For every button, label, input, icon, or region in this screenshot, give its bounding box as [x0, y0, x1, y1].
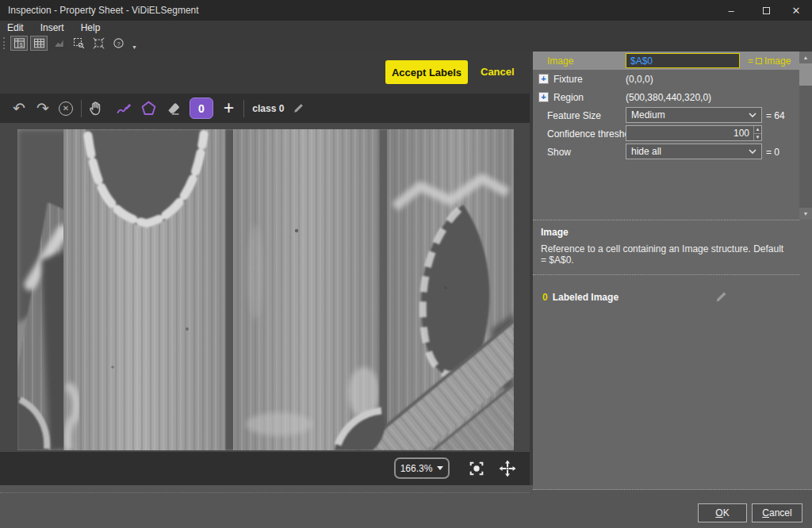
- fixture-property-label: Fixture: [553, 74, 583, 85]
- minimize-button[interactable]: –: [715, 0, 747, 21]
- scroll-down-icon[interactable]: ▼: [799, 208, 812, 220]
- ok-button[interactable]: OK: [698, 503, 747, 522]
- spinner-up-icon[interactable]: ▲: [754, 126, 761, 134]
- class-name-label: class 0: [252, 103, 284, 114]
- accept-labels-button[interactable]: Accept Labels: [385, 60, 468, 84]
- main-toolbar: $: [0, 35, 812, 52]
- confidence-threshold-spinner: ▲ ▼: [626, 125, 762, 141]
- property-scrollbar[interactable]: ▲ ▼: [799, 52, 812, 220]
- close-button[interactable]: ✕: [780, 0, 812, 21]
- chevron-down-icon: [749, 113, 756, 117]
- property-row-show: Show hide all = 0: [533, 143, 799, 161]
- label-canvas[interactable]: [0, 123, 530, 452]
- editor-header: Accept Labels Cancel: [0, 52, 530, 94]
- feature-size-label: Feature Size: [547, 110, 601, 121]
- image-result-value: = Image: [748, 55, 791, 67]
- chevron-down-icon: [437, 466, 443, 470]
- grid-table-icon[interactable]: [30, 36, 48, 51]
- fixture-expand-icon[interactable]: +: [538, 74, 549, 84]
- confidence-threshold-input[interactable]: [626, 126, 753, 140]
- property-row-fixture[interactable]: + Fixture (0,0,0): [533, 70, 799, 88]
- menu-help[interactable]: Help: [81, 22, 101, 33]
- class-0-badge[interactable]: 0: [190, 98, 213, 119]
- title-bar: Inspection - Property Sheet - ViDiELSegm…: [0, 0, 812, 21]
- eraser-tool-icon[interactable]: [165, 100, 182, 117]
- image-cell-reference-input[interactable]: [626, 53, 740, 68]
- toolbar-overflow-icon[interactable]: ▼: [132, 44, 137, 50]
- chevron-down-icon: [749, 149, 756, 154]
- menu-edit[interactable]: Edit: [7, 22, 24, 33]
- show-label: Show: [547, 147, 571, 158]
- pasta-sample-image[interactable]: [17, 129, 514, 450]
- dialog-cancel-button[interactable]: Cancel: [752, 503, 802, 522]
- editor-cancel-link[interactable]: Cancel: [481, 66, 515, 78]
- help-icon[interactable]: ?: [109, 36, 127, 51]
- svg-text:?: ?: [117, 40, 120, 48]
- labeled-image-label: Labeled Image: [553, 292, 619, 303]
- scroll-up-icon[interactable]: ▲: [799, 52, 812, 63]
- clear-labels-icon[interactable]: ✕: [59, 101, 73, 116]
- help-title: Image: [541, 227, 791, 238]
- feature-size-result: = 64: [766, 110, 785, 121]
- feature-size-select[interactable]: Medium: [626, 107, 762, 123]
- toolbar-separator: [243, 100, 244, 117]
- edit-labels-pencil-icon[interactable]: [714, 289, 729, 304]
- dialog-footer: OK Cancel: [0, 485, 812, 528]
- resize-region-icon[interactable]: [90, 36, 107, 51]
- labeled-image-row: 0 Labeled Image: [533, 288, 812, 307]
- fixture-value: (0,0,0): [626, 74, 653, 85]
- scrollbar-thumb[interactable]: [799, 63, 812, 86]
- zoom-region-icon[interactable]: [70, 36, 87, 51]
- zoom-level-value: 166.3%: [400, 463, 433, 474]
- maximize-icon: [763, 7, 770, 14]
- region-expand-icon[interactable]: +: [538, 92, 549, 102]
- maximize-button[interactable]: [750, 0, 782, 21]
- redo-icon[interactable]: ↷: [36, 101, 49, 116]
- toolbar-grip[interactable]: [3, 37, 6, 49]
- property-row-confidence: Confidence threshold ▲ ▼: [533, 124, 799, 143]
- labeled-image-count: 0: [542, 292, 548, 303]
- edit-class-pencil-icon[interactable]: [292, 101, 305, 115]
- show-select[interactable]: hide all: [626, 143, 762, 159]
- spreadsheet-dollar-icon[interactable]: $: [10, 36, 28, 51]
- toolbar-separator: [81, 100, 82, 117]
- chart-tool-icon: [50, 36, 67, 51]
- pan-hand-icon[interactable]: [88, 101, 104, 117]
- property-sheet-window: Inspection - Property Sheet - ViDiELSegm…: [0, 0, 812, 528]
- show-result: = 0: [766, 147, 779, 158]
- brush-tool-icon[interactable]: [115, 101, 132, 117]
- menu-bar: Edit Insert Help: [0, 21, 812, 35]
- region-property-label: Region: [553, 92, 584, 103]
- zoom-level-select[interactable]: 166.3%: [394, 457, 450, 479]
- add-class-icon[interactable]: +: [224, 99, 234, 117]
- image-structure-icon: [756, 58, 762, 64]
- region-value: (500,380,440,320,0): [626, 92, 711, 103]
- svg-text:$: $: [19, 42, 22, 48]
- polygon-tool-icon[interactable]: [140, 100, 157, 117]
- image-property-label: Image: [547, 55, 573, 67]
- pan-move-button[interactable]: [497, 458, 518, 479]
- editor-toolbar: ↶ ↷ ✕: [0, 94, 530, 123]
- footer-separator: [0, 492, 530, 493]
- property-row-region[interactable]: + Region (500,380,440,320,0): [533, 88, 799, 106]
- help-body: Reference to a cell containing an Image …: [541, 243, 791, 266]
- fit-to-view-button[interactable]: [466, 458, 487, 479]
- property-help-box: Image Reference to a cell containing an …: [533, 220, 799, 275]
- menu-insert[interactable]: Insert: [40, 22, 64, 33]
- spinner-down-icon[interactable]: ▼: [754, 134, 761, 141]
- property-row-image[interactable]: Image = Image: [533, 52, 799, 70]
- window-title: Inspection - Property Sheet - ViDiELSegm…: [8, 5, 199, 16]
- property-row-feature-size: Feature Size Medium = 64: [533, 106, 799, 124]
- undo-icon[interactable]: ↶: [13, 101, 25, 116]
- label-editor: Accept Labels Cancel ↶ ↷ ✕: [0, 52, 530, 485]
- confidence-threshold-label: Confidence threshold: [547, 128, 637, 140]
- editor-statusbar: 166.3%: [0, 452, 530, 485]
- property-panel: Image = Image + Fixture (0,0,0) + Region…: [533, 52, 812, 490]
